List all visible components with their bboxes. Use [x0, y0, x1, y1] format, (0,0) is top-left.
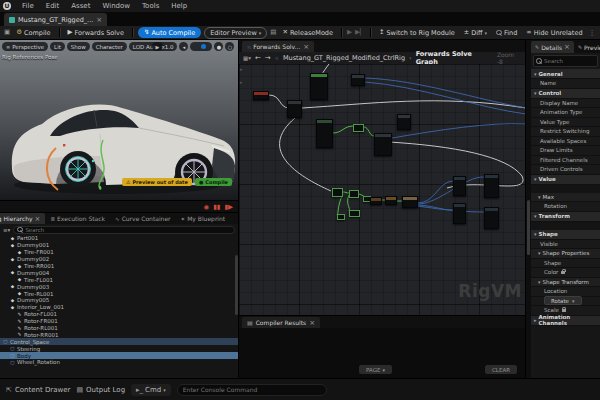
viewport-chip-show[interactable]: Show — [67, 42, 90, 51]
screenshot-icon[interactable]: ○ — [225, 42, 234, 51]
clipboard-icon[interactable]: ▤ — [270, 29, 276, 36]
details-header-value[interactable]: ▾Value — [531, 175, 600, 185]
tree-item[interactable]: ✎Rotor-FL001 — [0, 311, 238, 318]
tree-item[interactable]: ◆Dummy005 — [0, 297, 238, 304]
preview-out-of-date-button[interactable]: ⚠ Preview out of date — [122, 178, 192, 186]
graph-node[interactable] — [349, 210, 360, 217]
graph-node[interactable] — [287, 100, 302, 118]
tree-item[interactable]: ◆Dummy001 — [0, 242, 238, 249]
tab-my-blueprint[interactable]: ✦My Blueprint — [176, 213, 231, 224]
output-log-button[interactable]: ▤ Output Log — [76, 386, 125, 394]
tree-item[interactable]: ▢Steering — [0, 345, 238, 352]
diff-dropdown[interactable]: ± Diff ▾ — [461, 28, 490, 38]
menu-asset[interactable]: Asset — [65, 2, 96, 10]
graph-node[interactable] — [353, 124, 364, 132]
details-search-input[interactable] — [544, 58, 595, 64]
details-subheader-shape-properties[interactable]: ▾Shape Properties — [531, 249, 600, 259]
menu-edit[interactable]: Edit — [40, 2, 66, 10]
details-header-animation-channels[interactable]: ▸Animation Channels — [531, 316, 600, 326]
hierarchy-search-input[interactable] — [25, 227, 231, 233]
tree-item[interactable]: ▢Wheel_Rotation — [0, 359, 238, 366]
tree-item[interactable]: ◆Interior_Low_001 — [0, 304, 238, 311]
auto-compile-button[interactable]: ↯ Auto Compile — [138, 27, 201, 38]
viewport-chip-perspective[interactable]: ≡Perspective — [2, 42, 48, 51]
hide-unrelated-button[interactable]: ∞ Hide Unrelated — [523, 28, 585, 38]
tree-item[interactable]: ◆Tire-FL001 — [0, 276, 238, 283]
graph-node[interactable] — [402, 196, 418, 208]
details-header-control[interactable]: ▾Control — [531, 89, 600, 99]
compiler-results-tab[interactable]: ▤ Compiler Results × — [242, 317, 320, 328]
tree-item[interactable]: ✎Rotor-FR001 — [0, 318, 238, 325]
filter-dropdown[interactable]: ≡▾ — [3, 227, 10, 233]
back-arrow-icon[interactable]: ← — [255, 54, 261, 62]
graph-node[interactable] — [337, 214, 345, 220]
expander-icon[interactable]: ▾ — [534, 231, 537, 237]
tree-item[interactable]: ◆Dummy004 — [0, 269, 238, 276]
expander-icon[interactable]: ▾ — [538, 279, 541, 285]
tree-item[interactable]: ◆Tire-RL001 — [0, 290, 238, 297]
graph-node[interactable] — [253, 91, 269, 100]
pause-icon[interactable]: ▮▮ — [213, 203, 220, 211]
tree-item[interactable]: ✎Rotor-RR001 — [0, 331, 238, 338]
viewport-compile-button[interactable]: ● Compile — [195, 178, 232, 186]
details-header-general[interactable]: ▾General — [531, 69, 600, 79]
menu-window[interactable]: Window — [96, 2, 136, 10]
playback-speed-chip[interactable]: ▶ x1.0 — [152, 42, 178, 51]
graph-node[interactable] — [385, 196, 397, 205]
graph-node[interactable] — [484, 207, 499, 229]
tree-item[interactable]: ◆Dummy003 — [0, 283, 238, 290]
record-icon[interactable]: ◉ — [204, 203, 210, 211]
rotate-dropdown[interactable]: Rotate▾ — [544, 296, 582, 305]
details-subheader-max[interactable]: ▾Max — [531, 193, 600, 203]
graph-node[interactable] — [316, 119, 333, 148]
page-dropdown-button[interactable]: PAGE ▾ — [359, 365, 392, 374]
viewport-3d-scene[interactable] — [0, 40, 238, 200]
close-icon[interactable]: × — [309, 319, 315, 327]
blend-slider[interactable] — [190, 42, 212, 51]
graph-node[interactable] — [397, 114, 411, 130]
details-tab[interactable]: ✎ Details × — [531, 41, 574, 53]
tree-item[interactable]: ◆Part001 — [0, 235, 238, 242]
menu-tools[interactable]: Tools — [136, 2, 165, 10]
preview-scene-settings-tab[interactable]: ✎ Preview Scene Settings — [574, 41, 600, 53]
viewport-chip-character[interactable]: Character — [92, 42, 127, 51]
expander-icon[interactable]: ▾ — [534, 213, 537, 219]
slider-thumb[interactable] — [201, 44, 206, 49]
graph-node[interactable] — [374, 133, 392, 156]
viewport-chip-lit[interactable]: Lit — [50, 42, 65, 51]
tree-item[interactable]: ▢Body — [0, 352, 238, 359]
cmd-dropdown[interactable]: ▸_ Cmd ▾ — [131, 384, 171, 396]
details-subheader-shape-transform[interactable]: ▾Shape Transform — [531, 278, 600, 288]
expander-icon[interactable]: ▾ — [538, 250, 541, 256]
expander-icon[interactable]: ▾ — [534, 176, 537, 182]
tab-rig-hierarchy[interactable]: Rig Hierarchy× — [0, 213, 45, 224]
tab-curve-container[interactable]: ∿Curve Container — [110, 213, 176, 224]
graph-node[interactable] — [453, 176, 466, 196]
save-icon[interactable]: ▣ — [4, 29, 10, 36]
forwards-solve-button[interactable]: ▶ Forwards Solve — [65, 28, 127, 38]
content-drawer-button[interactable]: ⇱ Content Drawer — [6, 386, 70, 394]
close-icon[interactable]: × — [303, 43, 309, 51]
console-command-input[interactable] — [183, 386, 321, 393]
details-header-shape[interactable]: ▾Shape — [531, 230, 600, 240]
step-forward-icon[interactable]: ▮▶ — [224, 203, 233, 211]
graph-node[interactable] — [484, 174, 499, 198]
panel-menu-icon[interactable]: ▦▾ — [243, 55, 251, 61]
tree-item[interactable]: ◆Tire-FR001 — [0, 249, 238, 256]
editor-preview-dropdown[interactable]: Editor Preview ▾ — [204, 27, 267, 39]
tree-item[interactable]: ✎Rotor-RL001 — [0, 325, 238, 332]
graph-node[interactable] — [453, 203, 466, 224]
details-header-transform[interactable]: ▾Transform — [531, 212, 600, 222]
graph-node[interactable] — [310, 73, 328, 100]
expander-icon[interactable]: ▸ — [534, 317, 537, 323]
tree-item[interactable]: ▢Control_Space — [0, 338, 238, 345]
graph-node[interactable] — [349, 190, 359, 198]
camera-icon[interactable]: ● — [214, 42, 223, 51]
graph-tab[interactable]: ⁙ Forwards Solv... × — [242, 41, 314, 52]
tab-execution-stack[interactable]: ≣Execution Stack — [45, 213, 110, 224]
close-icon[interactable]: × — [96, 16, 102, 24]
clear-button[interactable]: CLEAR — [485, 365, 517, 374]
step-disabled-icon[interactable]: ▶▏ — [355, 29, 365, 36]
forward-arrow-icon[interactable]: → — [265, 54, 271, 62]
switch-to-rig-module-button[interactable]: ↥ Switch to Rig Module — [376, 28, 458, 38]
